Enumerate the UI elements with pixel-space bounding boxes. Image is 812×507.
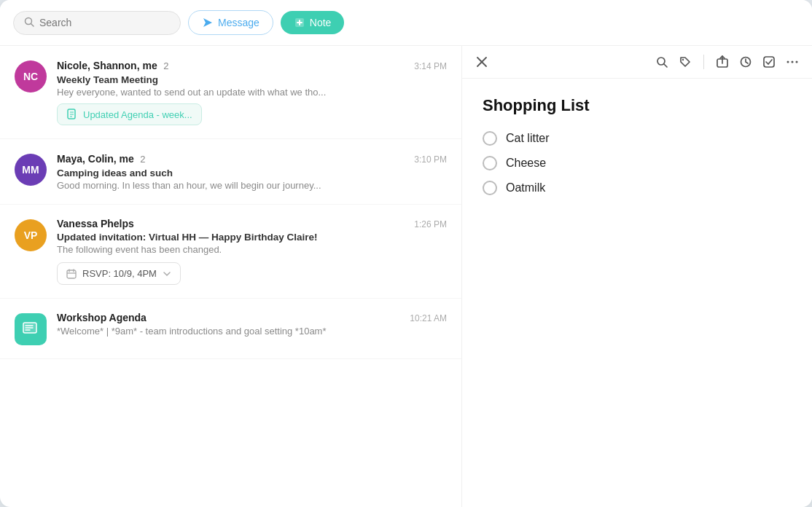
email-item-1[interactable]: NC Nicole, Shannon, me 2 3:14 PM Weekly … bbox=[0, 46, 461, 139]
main-content: NC Nicole, Shannon, me 2 3:14 PM Weekly … bbox=[0, 46, 812, 507]
avatar-nc: NC bbox=[15, 60, 47, 93]
note-content: Shopping List Cat litter Cheese Oatmilk bbox=[462, 79, 812, 223]
chevron-down-icon bbox=[163, 270, 171, 278]
email-subject-2: Camping ideas and such bbox=[57, 168, 447, 178]
avatar-mm: MM bbox=[15, 154, 47, 186]
checklist-label-1: Cat litter bbox=[506, 132, 550, 145]
checklist-item-2[interactable]: Cheese bbox=[483, 156, 792, 170]
email-item-2[interactable]: MM Maya, Colin, me 2 3:10 PM Camping ide… bbox=[0, 139, 461, 205]
email-from-2: Maya, Colin, me 2 bbox=[57, 152, 146, 165]
svg-point-26 bbox=[787, 61, 789, 63]
email-item-4[interactable]: Workshop Agenda 10:21 AM *Welcome* | *9a… bbox=[0, 299, 461, 359]
checklist-item-1[interactable]: Cat litter bbox=[483, 131, 792, 146]
svg-point-28 bbox=[796, 61, 798, 63]
note-panel: Shopping List Cat litter Cheese Oatmilk bbox=[462, 46, 812, 507]
search-box[interactable] bbox=[13, 11, 181, 35]
calendar-icon bbox=[66, 269, 77, 279]
attachment-label-1: Updated Agenda - week... bbox=[83, 109, 192, 120]
email-header-4: Workshop Agenda 10:21 AM bbox=[57, 312, 447, 323]
close-icon[interactable] bbox=[475, 55, 488, 68]
search-toolbar-icon[interactable] bbox=[655, 55, 668, 68]
search-input[interactable] bbox=[39, 17, 170, 28]
email-body-1: Nicole, Shannon, me 2 3:14 PM Weekly Tea… bbox=[57, 59, 447, 125]
email-time-2: 3:10 PM bbox=[414, 154, 447, 165]
note-plus-icon bbox=[294, 17, 305, 28]
workshop-icon bbox=[21, 320, 40, 339]
message-button-label: Message bbox=[218, 17, 259, 28]
note-button-label: Note bbox=[310, 17, 332, 28]
tag-icon[interactable] bbox=[679, 55, 692, 68]
checklist-circle-1[interactable] bbox=[483, 131, 497, 146]
checklist-label-2: Cheese bbox=[506, 157, 546, 170]
email-preview-3: The following event has been changed. bbox=[57, 244, 447, 255]
email-header-3: Vanessa Phelps 1:26 PM bbox=[57, 218, 447, 229]
checklist-circle-3[interactable] bbox=[483, 181, 497, 195]
share-icon[interactable] bbox=[716, 55, 729, 68]
email-body-3: Vanessa Phelps 1:26 PM Updated invitatio… bbox=[57, 218, 447, 285]
note-button[interactable]: Note bbox=[281, 11, 345, 34]
attachment-icon bbox=[66, 109, 78, 120]
search-icon bbox=[24, 17, 34, 29]
toolbar-divider bbox=[703, 55, 704, 69]
app-window: Message Note NC Nicole, Shannon, me 2 bbox=[0, 0, 812, 507]
avatar-workshop bbox=[15, 313, 47, 345]
rsvp-label: RSVP: 10/9, 4PM bbox=[82, 268, 157, 279]
email-preview-2: Good morning. In less than an hour, we w… bbox=[57, 180, 447, 191]
email-list: NC Nicole, Shannon, me 2 3:14 PM Weekly … bbox=[0, 46, 462, 507]
email-item-3[interactable]: VP Vanessa Phelps 1:26 PM Updated invita… bbox=[0, 205, 461, 299]
checklist-circle-2[interactable] bbox=[483, 156, 497, 170]
email-time-3: 1:26 PM bbox=[414, 219, 447, 229]
email-from-3: Vanessa Phelps bbox=[57, 218, 134, 229]
email-from-1: Nicole, Shannon, me 2 bbox=[57, 59, 168, 72]
email-header-1: Nicole, Shannon, me 2 3:14 PM bbox=[57, 59, 447, 72]
svg-marker-2 bbox=[203, 18, 212, 27]
history-icon[interactable] bbox=[739, 55, 752, 68]
svg-rect-25 bbox=[764, 57, 774, 67]
email-from-4: Workshop Agenda bbox=[57, 312, 147, 323]
note-toolbar bbox=[462, 46, 812, 79]
email-header-2: Maya, Colin, me 2 3:10 PM bbox=[57, 152, 447, 165]
checklist-item-3[interactable]: Oatmilk bbox=[483, 181, 792, 195]
avatar-vp: VP bbox=[15, 219, 47, 251]
email-subject-3: Updated invitation: Virtual HH — Happy B… bbox=[57, 232, 447, 243]
note-title: Shopping List bbox=[483, 96, 792, 115]
message-button[interactable]: Message bbox=[188, 10, 273, 35]
svg-line-1 bbox=[31, 23, 34, 26]
svg-point-27 bbox=[792, 61, 794, 63]
svg-line-21 bbox=[664, 64, 667, 67]
checkbox-icon[interactable] bbox=[762, 55, 776, 68]
svg-point-22 bbox=[682, 59, 684, 60]
email-time-4: 10:21 AM bbox=[410, 313, 447, 323]
email-attachment-1[interactable]: Updated Agenda - week... bbox=[57, 103, 202, 125]
email-body-4: Workshop Agenda 10:21 AM *Welcome* | *9a… bbox=[57, 312, 447, 337]
email-subject-1: Weekly Team Meeting bbox=[57, 74, 447, 85]
message-send-icon bbox=[202, 17, 214, 28]
rsvp-badge[interactable]: RSVP: 10/9, 4PM bbox=[57, 262, 181, 285]
more-options-icon[interactable] bbox=[786, 55, 799, 68]
email-preview-4: *Welcome* | *9am* - team introductions a… bbox=[57, 326, 447, 337]
svg-rect-10 bbox=[67, 270, 76, 278]
email-preview-1: Hey everyone, wanted to send out an upda… bbox=[57, 87, 447, 98]
note-toolbar-icons bbox=[655, 55, 799, 69]
email-time-1: 3:14 PM bbox=[414, 61, 447, 71]
top-bar: Message Note bbox=[0, 0, 812, 46]
checklist-label-3: Oatmilk bbox=[506, 181, 545, 194]
email-body-2: Maya, Colin, me 2 3:10 PM Camping ideas … bbox=[57, 152, 447, 191]
